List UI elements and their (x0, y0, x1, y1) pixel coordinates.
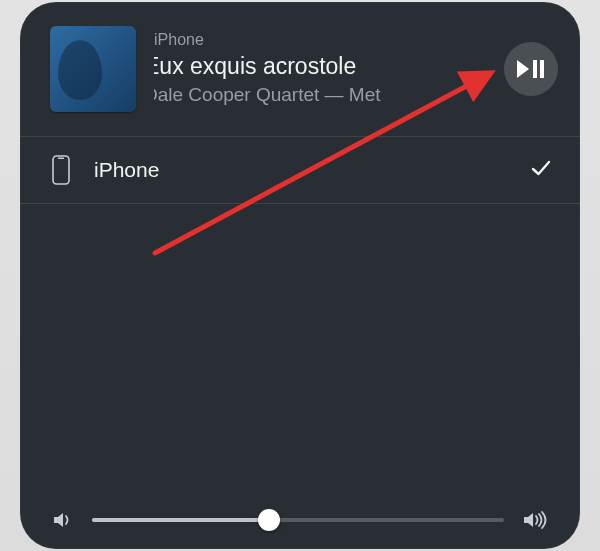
track-artist: Dale Cooper Quartet — Met (154, 84, 486, 107)
svg-marker-0 (517, 60, 529, 78)
device-list-body (20, 204, 580, 492)
svg-rect-2 (540, 60, 544, 78)
source-device-label: iPhone (154, 31, 486, 49)
airplay-panel: iPhone Eux exquis acrostole Dale Cooper … (20, 2, 580, 549)
play-pause-icon (517, 58, 545, 80)
iphone-icon (50, 155, 72, 185)
volume-thumb[interactable] (258, 509, 280, 531)
play-pause-button[interactable] (504, 42, 558, 96)
volume-low-icon (52, 510, 74, 530)
track-info: iPhone Eux exquis acrostole Dale Cooper … (154, 31, 486, 107)
track-title: Eux exquis acrostole (154, 53, 486, 81)
volume-row (20, 509, 580, 531)
now-playing-section: iPhone Eux exquis acrostole Dale Cooper … (20, 2, 580, 136)
volume-slider[interactable] (92, 509, 504, 531)
page: iPhone Eux exquis acrostole Dale Cooper … (0, 0, 600, 551)
volume-fill (92, 518, 269, 522)
album-art (50, 26, 136, 112)
svg-rect-3 (53, 156, 69, 184)
device-label: iPhone (94, 158, 508, 182)
svg-rect-1 (533, 60, 537, 78)
checkmark-icon (530, 157, 552, 183)
volume-high-icon (522, 510, 548, 530)
device-row-iphone[interactable]: iPhone (20, 137, 580, 203)
